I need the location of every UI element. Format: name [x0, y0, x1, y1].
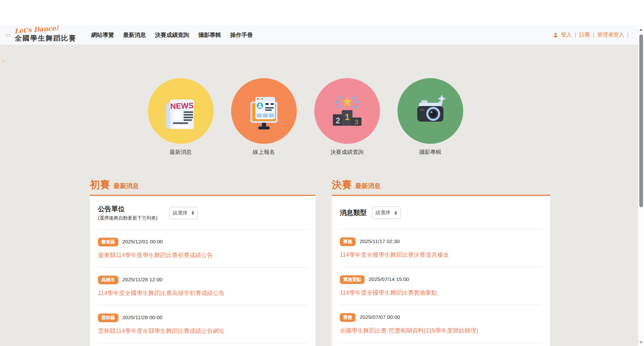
section-title: 決賽 — [332, 178, 352, 192]
svg-text:NEWS: NEWS — [170, 101, 194, 110]
item-date: 2025/07/07 00:00 — [360, 314, 400, 320]
preliminary-filter-row: 公告單位 (選擇後將自動更新下方列表) 請選擇 — [98, 205, 307, 230]
type-badge: 賽務 — [340, 237, 356, 246]
select-arrows-icon — [192, 211, 194, 215]
news-link[interactable]: 全國學生舞蹈比賽-芭蕾相關資料(115學年度開始辦理) — [340, 327, 542, 335]
quick-link-label: 最新消息 — [148, 149, 214, 156]
auth-separator: | — [593, 32, 594, 38]
select-value: 請選擇 — [173, 210, 187, 216]
camera-icon — [397, 78, 463, 144]
quick-link-label: 攝影專輯 — [397, 149, 463, 156]
scroll-up-arrow-icon[interactable] — [639, 28, 643, 31]
nav-photo-album[interactable]: 攝影專輯 — [198, 31, 221, 39]
final-card: 消息類型 請選擇 賽務2025/11/17 02:30 114學年度全國學生舞蹈… — [332, 196, 550, 346]
select-arrows-icon — [394, 211, 397, 215]
quick-link-online-registration[interactable]: 線上報名 — [231, 78, 297, 156]
news-link[interactable]: 114學年度全國學生舞蹈比賽決賽道具修改 — [340, 251, 542, 259]
main-nav: 網站導覽 最新消息 決賽成績查詢 攝影專輯 操作手冊 — [91, 31, 253, 39]
login-link[interactable]: 登入 — [561, 32, 572, 39]
nav-sitemap[interactable]: 網站導覽 — [91, 31, 114, 39]
section-subtitle: 最新消息 — [113, 182, 139, 190]
site-title: 全國學生舞蹈比賽 — [15, 35, 76, 42]
section-subtitle: 最新消息 — [355, 182, 381, 190]
preliminary-heading: 初賽 最新消息 — [90, 178, 315, 196]
register-link[interactable]: 註冊 — [579, 32, 590, 39]
news-link[interactable]: 臺東縣114學年度學生舞蹈比賽初賽成績公告 — [98, 251, 307, 259]
type-badge: 實施要點 — [340, 275, 365, 284]
news-columns: 初賽 最新消息 公告單位 (選擇後將自動更新下方列表) 請選擇 臺東縣2025/… — [90, 178, 550, 346]
news-list-item: 賽務2025/07/07 00:00 全國學生舞蹈比賽-芭蕾相關資料(115學年… — [340, 305, 542, 343]
county-badge: 臺東縣 — [98, 238, 118, 246]
scrollbar-thumb[interactable] — [639, 35, 643, 207]
nav-manual[interactable]: 操作手冊 — [230, 31, 253, 39]
news-list-item: 賽務2025/07/01 09:00 107-125學年度表演藝術類競賽輪辦表 — [340, 343, 542, 346]
filter-note: (選擇後將自動更新下方列表) — [98, 215, 169, 221]
quick-link-label: 決賽成績查詢 — [314, 149, 380, 156]
news-list-item: 雲林縣2025/11/28 00:00 雲林縣114學年度全縣學生舞蹈比賽成績公… — [98, 305, 307, 343]
news-list-item: 實施要點2025/07/14 15:00 114學年度全國學生舞蹈比賽實施要點 — [340, 267, 542, 305]
item-date: 2025/07/14 15:00 — [369, 276, 409, 282]
vertical-scrollbar[interactable] — [638, 25, 644, 346]
scroll-down-arrow-icon[interactable] — [639, 341, 643, 344]
announce-unit-select[interactable]: 請選擇 — [169, 207, 198, 219]
message-type-select[interactable]: 請選擇 — [372, 207, 401, 219]
filter-label: 消息類型 — [340, 208, 367, 217]
preliminary-card: 公告單位 (選擇後將自動更新下方列表) 請選擇 臺東縣2025/12/01 00… — [90, 196, 315, 346]
quick-link-final-results[interactable]: 2 1 3 決賽成績查詢 — [314, 78, 380, 156]
quick-link-latest-news[interactable]: NEWS 最新消息 — [148, 78, 214, 156]
nav-final-results[interactable]: 決賽成績查詢 — [155, 31, 189, 39]
svg-text:3: 3 — [354, 118, 358, 126]
preliminary-news-section: 初賽 最新消息 公告單位 (選擇後將自動更新下方列表) 請選擇 臺東縣2025/… — [90, 178, 315, 346]
final-heading: 決賽 最新消息 — [332, 178, 550, 196]
news-icon: NEWS — [148, 78, 214, 144]
monitor-icon — [231, 78, 297, 144]
news-link[interactable]: 114學年度全國學生舞蹈比賽高雄市初賽成績公告 — [98, 289, 307, 297]
svg-text:2: 2 — [336, 116, 340, 125]
news-link[interactable]: 114學年度全國學生舞蹈比賽實施要點 — [340, 289, 542, 297]
news-list-item: 臺東縣2025/12/01 00:00 臺東縣114學年度學生舞蹈比賽初賽成績公… — [98, 230, 307, 268]
news-list-item: 桃園市2025/11/23 17:00 — [98, 343, 307, 346]
main-content: :: NEWS 最新消息 — [0, 45, 638, 346]
type-badge: 賽務 — [340, 313, 356, 322]
quick-links-row: NEWS 最新消息 — [0, 78, 638, 156]
user-icon — [553, 33, 558, 38]
county-badge: 雲林縣 — [98, 313, 118, 322]
item-date: 2025/11/17 02:30 — [360, 238, 400, 244]
logo-script-text: Let's Dance! — [14, 23, 76, 35]
county-badge: 高雄市 — [98, 276, 118, 284]
filter-label: 公告單位 — [98, 205, 169, 214]
news-link[interactable]: 雲林縣114學年度全縣學生舞蹈比賽成績公告網址 — [98, 327, 307, 335]
news-list-item: 賽務2025/11/17 02:30 114學年度全國學生舞蹈比賽決賽道具修改 — [340, 229, 542, 267]
section-title: 初賽 — [90, 178, 110, 192]
final-filter-row: 消息類型 請選擇 — [340, 205, 542, 229]
site-header: ::: Let's Dance! 全國學生舞蹈比賽 網站導覽 最新消息 決賽成績… — [0, 25, 644, 45]
select-value: 請選擇 — [376, 210, 390, 216]
auth-separator: | — [627, 32, 629, 38]
skip-main-anchor[interactable]: :: — [2, 59, 5, 63]
item-date: 2025/11/28 12:00 — [122, 277, 163, 282]
site-logo[interactable]: Let's Dance! 全國學生舞蹈比賽 — [15, 28, 76, 42]
skip-nav-anchor[interactable]: ::: — [5, 33, 11, 38]
item-date: 2025/12/01 00:00 — [122, 239, 163, 244]
quick-link-label: 線上報名 — [231, 149, 297, 156]
svg-text:1: 1 — [344, 112, 349, 122]
final-news-section: 決賽 最新消息 消息類型 請選擇 賽務2025/11/17 02:30 114學… — [332, 178, 550, 346]
admin-login-link[interactable]: 管理者登入 — [597, 32, 624, 39]
item-date: 2025/11/28 00:00 — [122, 314, 163, 320]
auth-links: 登入 | 註冊 | 管理者登入 | — [553, 32, 629, 39]
news-list-item: 高雄市2025/11/28 12:00 114學年度全國學生舞蹈比賽高雄市初賽成… — [98, 268, 307, 305]
quick-link-photo-album[interactable]: 攝影專輯 — [397, 78, 463, 156]
nav-latest-news[interactable]: 最新消息 — [123, 31, 146, 39]
podium-icon: 2 1 3 — [314, 78, 380, 144]
auth-separator: | — [575, 32, 576, 38]
